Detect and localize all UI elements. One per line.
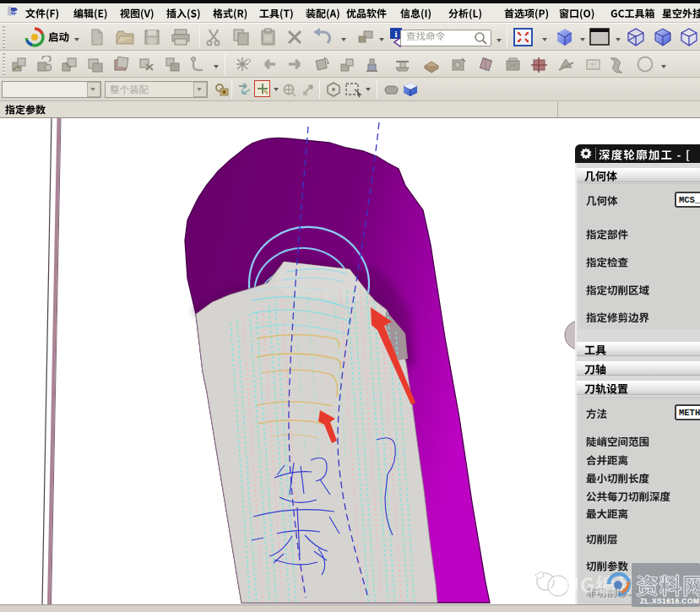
- svg-text:i: i: [394, 29, 397, 39]
